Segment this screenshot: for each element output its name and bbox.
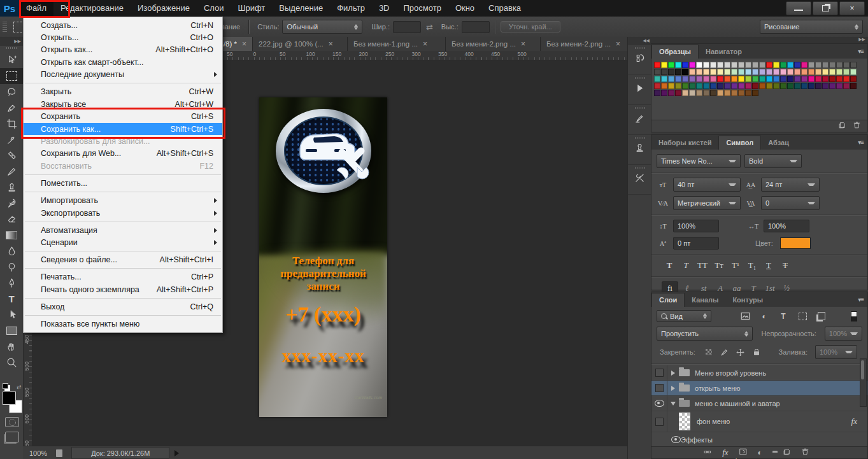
file-menu-item[interactable]: Разблокировать для записи... bbox=[24, 135, 222, 147]
color-swatch[interactable] bbox=[745, 62, 751, 68]
trash-icon[interactable] bbox=[853, 121, 861, 131]
dock-actions-button[interactable] bbox=[628, 75, 651, 105]
dock-clone-source-button[interactable] bbox=[628, 135, 651, 165]
color-swatch[interactable] bbox=[717, 62, 723, 68]
color-swatch[interactable] bbox=[675, 83, 681, 89]
color-swatch[interactable] bbox=[717, 90, 723, 96]
color-swatch[interactable] bbox=[661, 90, 667, 96]
subscript-button[interactable]: T₁ bbox=[744, 259, 760, 272]
opacity-dropdown[interactable]: 100% bbox=[825, 327, 862, 341]
file-menu-item[interactable]: ЗакрытьCtrl+W bbox=[24, 86, 222, 98]
default-colors-icon[interactable] bbox=[3, 383, 8, 389]
color-swatch[interactable] bbox=[689, 76, 695, 82]
color-swatch[interactable] bbox=[689, 90, 695, 96]
color-swatch[interactable] bbox=[822, 76, 829, 82]
color-swatch[interactable] bbox=[766, 62, 772, 68]
color-swatch[interactable] bbox=[710, 69, 716, 75]
color-swatch[interactable] bbox=[654, 76, 660, 82]
tab-close-icon[interactable]: × bbox=[423, 39, 427, 48]
color-swatch[interactable] bbox=[724, 76, 730, 82]
file-menu-item[interactable]: ВосстановитьF12 bbox=[24, 160, 222, 172]
file-menu-item[interactable]: Создать...Ctrl+N bbox=[24, 19, 222, 31]
layers-scrollbar[interactable] bbox=[860, 358, 867, 407]
color-swatch[interactable] bbox=[731, 69, 737, 75]
color-swatch[interactable] bbox=[815, 62, 822, 68]
color-swatch[interactable] bbox=[808, 62, 815, 68]
tab-close-icon[interactable]: × bbox=[616, 39, 620, 48]
color-swatch[interactable] bbox=[668, 90, 674, 96]
menubar-item-10[interactable]: Окно bbox=[448, 0, 481, 17]
panel-column-collapse[interactable]: ▶▶ bbox=[651, 37, 868, 43]
blend-mode-dropdown[interactable]: Пропустить bbox=[657, 327, 753, 341]
color-swatch[interactable] bbox=[773, 62, 779, 68]
workspace-dropdown[interactable]: Рисование bbox=[760, 20, 863, 34]
color-swatch[interactable] bbox=[787, 83, 793, 89]
small-caps-button[interactable]: Tт bbox=[711, 259, 727, 272]
underline-button[interactable]: T bbox=[761, 259, 776, 272]
color-swatch[interactable] bbox=[675, 62, 681, 68]
vertical-scale-field[interactable]: 100% bbox=[673, 220, 719, 232]
color-swatch[interactable] bbox=[836, 69, 843, 75]
color-swatch[interactable] bbox=[752, 62, 758, 68]
filter-smart-object-icon[interactable] bbox=[815, 311, 829, 322]
menubar-item-5[interactable]: Шрифт bbox=[231, 0, 273, 17]
clone-stamp-tool[interactable] bbox=[0, 180, 23, 195]
type-tool[interactable]: T bbox=[0, 291, 23, 307]
color-swatch[interactable] bbox=[717, 69, 723, 75]
filter-toggle[interactable] bbox=[851, 311, 857, 321]
panel-menu-icon[interactable]: ▾≡ bbox=[858, 48, 864, 55]
filter-adjustment-icon[interactable]: ◐ bbox=[757, 311, 771, 322]
color-swatch[interactable] bbox=[738, 83, 744, 89]
height-input[interactable] bbox=[462, 21, 490, 33]
color-swatch[interactable] bbox=[696, 90, 702, 96]
color-swatch[interactable] bbox=[724, 90, 730, 96]
color-swatch[interactable] bbox=[773, 69, 779, 75]
baseline-shift-field[interactable]: 0 пт bbox=[673, 237, 719, 250]
color-swatch[interactable] bbox=[801, 76, 808, 82]
color-swatch[interactable] bbox=[752, 76, 758, 82]
color-swatch[interactable] bbox=[703, 83, 709, 89]
dock-history-button[interactable] bbox=[628, 45, 651, 75]
lock-position-icon[interactable] bbox=[735, 348, 746, 357]
color-swatch[interactable] bbox=[661, 62, 667, 68]
color-swatch[interactable] bbox=[745, 83, 751, 89]
file-menu-item[interactable]: ВыходCtrl+Q bbox=[24, 300, 222, 313]
color-swatch[interactable] bbox=[689, 83, 695, 89]
color-swatch[interactable] bbox=[717, 76, 723, 82]
kerning-dropdown[interactable]: Метрический bbox=[673, 196, 741, 210]
rectangle-tool[interactable] bbox=[0, 323, 23, 339]
file-menu-item[interactable]: Открыть...Ctrl+O bbox=[24, 31, 222, 43]
file-menu-item[interactable]: Печать одного экземпляраAlt+Shift+Ctrl+P bbox=[24, 283, 222, 295]
color-swatch[interactable] bbox=[836, 83, 843, 89]
superscript-button[interactable]: T¹ bbox=[728, 259, 743, 272]
expand-arrow-icon[interactable] bbox=[671, 386, 675, 391]
color-swatch[interactable] bbox=[654, 83, 660, 89]
color-swatch[interactable] bbox=[731, 83, 737, 89]
color-swatch[interactable] bbox=[836, 76, 843, 82]
tab-close-icon[interactable]: × bbox=[242, 39, 246, 48]
color-swatch[interactable] bbox=[752, 83, 758, 89]
color-swatch[interactable] bbox=[836, 62, 843, 68]
color-swatch[interactable] bbox=[801, 62, 808, 68]
faux-bold-button[interactable]: T bbox=[662, 259, 677, 272]
color-swatch[interactable] bbox=[843, 76, 850, 82]
color-swatch[interactable] bbox=[703, 69, 709, 75]
file-menu-item[interactable]: Сценарии bbox=[24, 236, 222, 248]
menubar-item-7[interactable]: Фильтр bbox=[330, 0, 372, 17]
color-swatch[interactable] bbox=[787, 69, 793, 75]
menubar-item-11[interactable]: Справка bbox=[481, 0, 528, 17]
color-swatch[interactable] bbox=[696, 76, 702, 82]
color-swatch[interactable] bbox=[766, 83, 772, 89]
color-swatch[interactable] bbox=[668, 83, 674, 89]
layer-row[interactable]: Эффекты bbox=[651, 432, 867, 448]
tab-channels[interactable]: Каналы bbox=[685, 293, 725, 307]
file-menu-item[interactable]: СохранитьCtrl+S bbox=[24, 111, 222, 123]
color-swatch[interactable] bbox=[759, 83, 765, 89]
color-swatch[interactable] bbox=[829, 62, 836, 68]
file-menu-item[interactable]: Печатать...Ctrl+P bbox=[24, 271, 222, 283]
tab-close-icon[interactable]: × bbox=[521, 39, 525, 48]
history-brush-tool[interactable] bbox=[0, 195, 23, 211]
color-swatch[interactable] bbox=[808, 69, 815, 75]
color-swatch[interactable] bbox=[731, 62, 737, 68]
fill-dropdown[interactable]: 100% bbox=[815, 345, 857, 359]
